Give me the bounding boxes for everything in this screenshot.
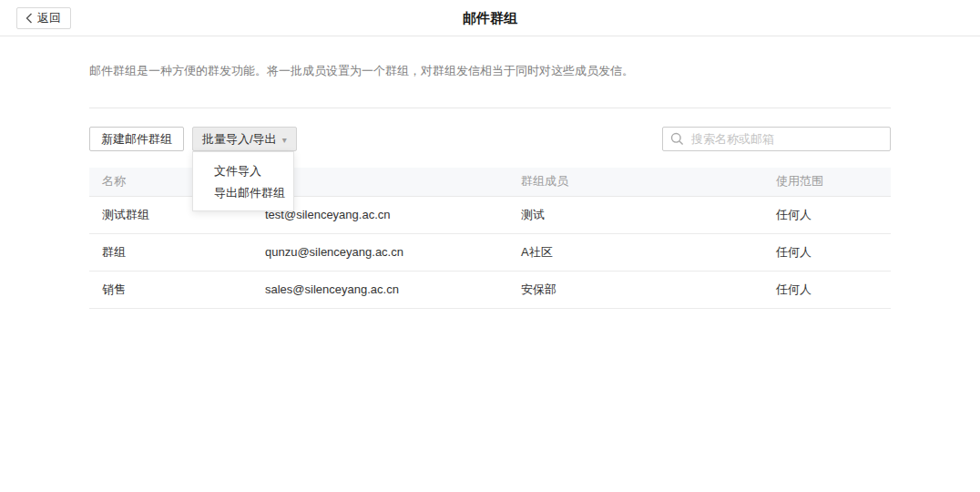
table-row[interactable]: 销售 sales@silenceyang.ac.cn 安保部 任何人	[89, 271, 891, 308]
dropdown-item-file-import[interactable]: 文件导入	[193, 160, 293, 182]
chevron-down-icon: ▾	[282, 136, 287, 145]
cell-group-members: 测试	[508, 196, 763, 233]
cell-group-email: qunzu@silenceyang.ac.cn	[252, 233, 508, 271]
column-header-scope: 使用范围	[763, 168, 891, 196]
table-row[interactable]: 群组 qunzu@silenceyang.ac.cn A社区 任何人	[89, 233, 891, 271]
batch-import-export-button[interactable]: 批量导入/导出 ▾	[192, 127, 297, 151]
cell-group-email: sales@silenceyang.ac.cn	[252, 271, 508, 308]
content-area: 邮件群组是一种方便的群发功能。将一批成员设置为一个群组，对群组发信相当于同时对这…	[89, 36, 891, 309]
back-button[interactable]: 返回	[16, 7, 71, 29]
cell-group-scope: 任何人	[763, 196, 891, 233]
description-text: 邮件群组是一种方便的群发功能。将一批成员设置为一个群组，对群组发信相当于同时对这…	[89, 64, 891, 78]
batch-dropdown-wrapper: 批量导入/导出 ▾ 文件导入 导出邮件群组	[192, 127, 297, 151]
new-group-button[interactable]: 新建邮件群组	[89, 127, 184, 151]
dropdown-item-export-groups[interactable]: 导出邮件群组	[193, 182, 293, 204]
search-box	[662, 127, 891, 151]
toolbar: 新建邮件群组 批量导入/导出 ▾ 文件导入 导出邮件群组	[89, 127, 891, 151]
page-title: 邮件群组	[0, 0, 980, 36]
cell-group-name: 销售	[89, 271, 252, 308]
back-label: 返回	[37, 10, 61, 26]
cell-group-scope: 任何人	[763, 271, 891, 308]
search-input[interactable]	[662, 127, 891, 151]
column-header-members: 群组成员	[508, 168, 763, 196]
cell-group-scope: 任何人	[763, 233, 891, 271]
dropdown-menu: 文件导入 导出邮件群组	[192, 151, 294, 211]
cell-group-members: 安保部	[508, 271, 763, 308]
batch-button-label: 批量导入/导出	[202, 131, 277, 148]
divider	[89, 108, 891, 108]
cell-group-name: 群组	[89, 233, 252, 271]
topbar: 返回 邮件群组	[0, 0, 980, 36]
chevron-left-icon	[26, 13, 33, 24]
cell-group-members: A社区	[508, 233, 763, 271]
